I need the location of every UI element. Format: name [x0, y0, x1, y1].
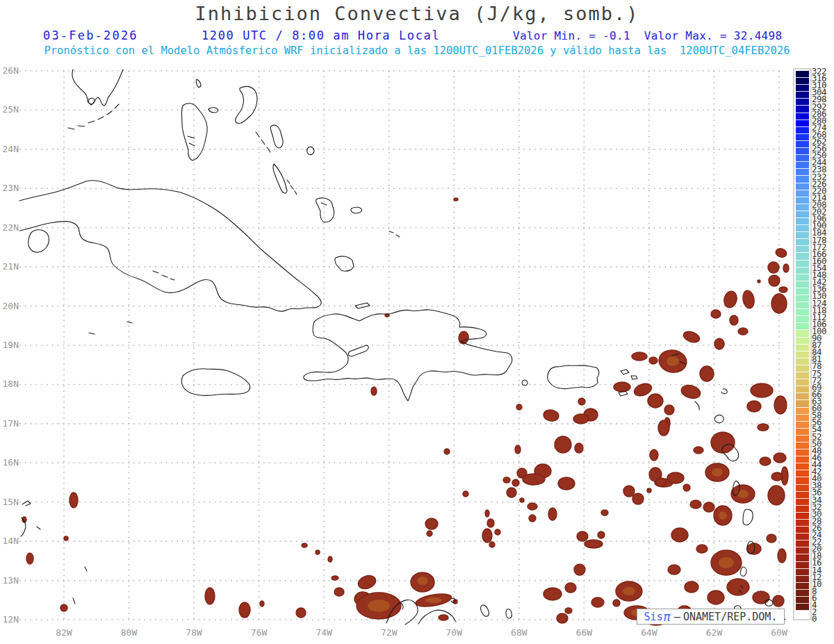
cin-region [565, 608, 572, 613]
cin-region [771, 472, 783, 481]
lon-tick-label: 80W [115, 627, 144, 638]
lat-lon-gridlines [19, 71, 784, 620]
coast-florida-keys [68, 104, 119, 129]
coast-gonave [348, 345, 368, 356]
cin-region [783, 264, 789, 272]
cin-region [758, 280, 760, 283]
cin-region [680, 383, 702, 401]
cin-region [758, 424, 769, 431]
colorbar-swatch [796, 127, 809, 134]
cin-region [485, 510, 489, 517]
cin-region [708, 591, 724, 604]
colorbar-swatch [796, 302, 809, 309]
cin-region [690, 500, 701, 509]
cin-region [774, 247, 787, 259]
lat-tick-label: 23N [1, 183, 19, 193]
colorbar-swatch [796, 569, 809, 576]
lon-tick-label: 64W [635, 627, 664, 638]
cin-region [671, 528, 688, 542]
cin-region [667, 472, 684, 484]
colorbar-swatch [796, 393, 809, 400]
cin-region [598, 531, 605, 538]
lat-tick-label: 22N [1, 222, 19, 233]
cin-region [751, 383, 773, 397]
lon-tick-label: 70W [439, 627, 468, 638]
coast-eleuthera [236, 86, 257, 123]
colorbar-swatch [796, 71, 809, 78]
cin-region [613, 600, 620, 606]
colorbar-swatch [796, 267, 809, 274]
cin-region [316, 550, 320, 554]
cin-region [489, 542, 495, 547]
colorbar-swatch [796, 506, 809, 513]
colorbar-swatch [796, 604, 809, 611]
colorbar-swatch [796, 611, 809, 618]
colorbar-swatch [796, 352, 809, 358]
cin-region [778, 549, 786, 563]
cin-region [64, 536, 68, 540]
colorbar-swatch [796, 365, 809, 372]
colorbar-swatch [796, 134, 809, 141]
lon-tick-label: 78W [179, 627, 208, 638]
lat-tick-label: 18N [1, 379, 19, 389]
cin-region [647, 488, 651, 493]
lat-tick-label: 13N [1, 575, 19, 586]
cin-region [703, 502, 714, 512]
cin-region [558, 477, 575, 490]
colorbar-swatch [796, 246, 809, 253]
colorbar-swatch [796, 429, 809, 436]
colorbar-swatch [796, 148, 809, 155]
colorbar-swatch [796, 358, 809, 365]
cin-region [427, 531, 432, 536]
colorbar-swatch [796, 85, 809, 92]
cin-region [507, 488, 516, 497]
coast-mayaguana [351, 207, 362, 213]
cin-region [302, 543, 307, 547]
cin-region [371, 387, 377, 395]
colorbar-swatch [796, 106, 809, 113]
colorbar-swatch [796, 554, 809, 561]
cin-region [543, 408, 559, 422]
cin-region [650, 449, 658, 461]
cin-region [623, 486, 635, 497]
cin-region [557, 613, 568, 623]
colorbar-swatch [796, 534, 809, 540]
branding-box: Sisπ–ONAMET/REP.DOM. [637, 609, 785, 625]
coast-bonaire [506, 609, 512, 618]
lat-tick-label: 12N [1, 614, 19, 625]
cin-region [482, 529, 492, 543]
coast-san-salvador [307, 147, 314, 154]
coast-cuba [19, 181, 321, 311]
cin-region-core [667, 356, 679, 366]
colorbar-swatch [796, 204, 809, 211]
cin-region [730, 315, 738, 325]
cin-region [260, 601, 264, 606]
coast-jamaica [181, 369, 250, 395]
cin-region [773, 595, 784, 606]
colorbar-tick-label: 0 [812, 616, 817, 622]
colorbar-swatch [796, 408, 809, 415]
caribbean-cin-map [0, 0, 834, 644]
lon-tick-label: 74W [309, 627, 338, 638]
colorbar-swatch [796, 176, 809, 183]
colorbar [793, 68, 812, 620]
cin-region [768, 262, 779, 273]
cin-region [444, 449, 450, 454]
lat-tick-label: 15N [1, 497, 19, 507]
cin-region [614, 382, 630, 392]
colorbar-swatch [796, 183, 809, 190]
cin-region [656, 478, 666, 486]
cin-shaded-regions [22, 198, 789, 625]
lon-tick-label: 76W [245, 627, 274, 638]
coast-isla-juventud [28, 230, 49, 252]
colorbar-swatch [796, 477, 809, 484]
cin-region [584, 540, 603, 548]
cin-region [774, 453, 786, 463]
cin-region [711, 310, 721, 318]
cin-region [439, 615, 448, 620]
cin-region [769, 275, 780, 286]
cin-region [487, 519, 494, 527]
cin-region-core [368, 600, 390, 612]
colorbar-swatch [796, 225, 809, 232]
colorbar-swatch [796, 190, 809, 197]
